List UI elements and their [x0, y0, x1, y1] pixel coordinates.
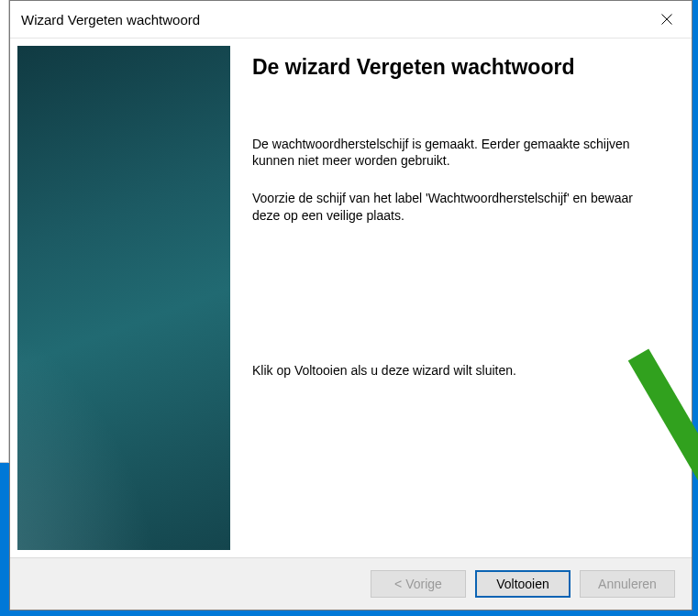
wizard-side-graphic: [17, 46, 230, 550]
close-icon: [661, 14, 672, 25]
wizard-paragraph-2: Voorzie de schijf van het label 'Wachtwo…: [252, 190, 637, 225]
window-title: Wizard Vergeten wachtwoord: [21, 12, 200, 28]
wizard-heading: De wizard Vergeten wachtwoord: [252, 55, 662, 81]
finish-button[interactable]: Voltooien: [475, 570, 571, 598]
background-window-edge: [0, 0, 9, 463]
wizard-paragraph-1: De wachtwoordherstelschijf is gemaakt. E…: [252, 136, 637, 170]
close-button[interactable]: [646, 6, 688, 33]
content-area: De wizard Vergeten wachtwoord De wachtwo…: [10, 38, 692, 558]
button-bar: < Vorige Voltooien Annuleren: [10, 558, 692, 610]
wizard-paragraph-3: Klik op Voltooien als u deze wizard wilt…: [252, 362, 637, 380]
back-button: < Vorige: [371, 570, 466, 598]
wizard-window: Wizard Vergeten wachtwoord De wizard Ver…: [9, 0, 692, 610]
titlebar: Wizard Vergeten wachtwoord: [10, 1, 692, 38]
svg-line-3: [638, 355, 698, 520]
cancel-button: Annuleren: [580, 570, 675, 598]
wizard-body: De wizard Vergeten wachtwoord De wachtwo…: [230, 38, 692, 557]
